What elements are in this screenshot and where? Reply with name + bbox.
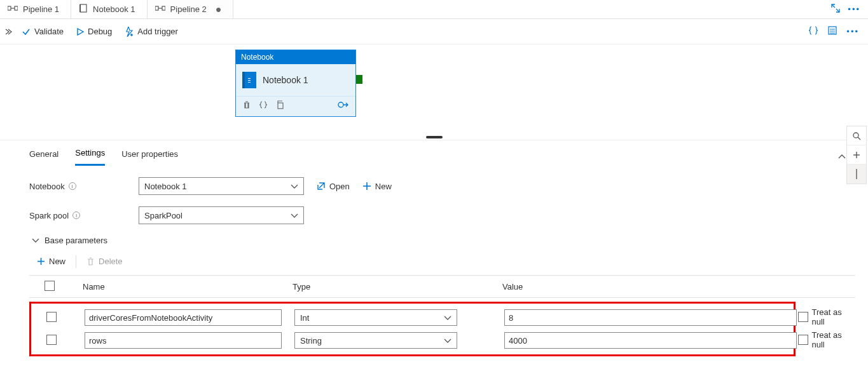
notebook-icon: [79, 4, 88, 15]
pipeline-canvas[interactable]: Notebook Notebook 1: [0, 44, 868, 140]
notebook-field-label: Notebook: [29, 182, 65, 191]
delete-parameter-button[interactable]: Delete: [85, 254, 124, 269]
col-value: Value: [496, 282, 827, 292]
parameters-table: Name Type Value Int String: [29, 275, 855, 356]
new-label: New: [375, 182, 392, 191]
table-row: Int: [31, 306, 794, 329]
param-type-select[interactable]: Int: [294, 309, 457, 326]
param-name-input[interactable]: [85, 332, 282, 349]
dirty-indicator-icon: ●: [216, 4, 222, 15]
chevron-down-icon: [444, 313, 451, 323]
more-icon[interactable]: •••: [848, 4, 860, 14]
param-type-select[interactable]: String: [294, 332, 457, 349]
svg-rect-6: [162, 6, 165, 10]
svg-line-9: [836, 9, 839, 12]
code-braces-icon[interactable]: [808, 25, 818, 37]
pipeline-icon: [8, 4, 18, 15]
notebook-icon: [242, 72, 256, 88]
grip-icon[interactable]: [847, 164, 866, 184]
pipeline-toolbar: Validate Debug Add trigger •••: [0, 19, 868, 44]
svg-line-8: [832, 4, 835, 8]
tab-label: Pipeline 1: [23, 4, 59, 14]
svg-line-19: [858, 137, 860, 140]
validate-label: Validate: [34, 27, 64, 36]
param-value-input[interactable]: [504, 309, 797, 326]
tab-notebook-1[interactable]: Notebook 1: [71, 0, 148, 18]
code-braces-icon[interactable]: [259, 100, 268, 111]
svg-rect-3: [80, 4, 86, 12]
select-all-checkbox[interactable]: [45, 281, 55, 291]
debug-button[interactable]: Debug: [75, 24, 113, 39]
notebook-activity[interactable]: Notebook Notebook 1: [235, 50, 356, 117]
col-type: Type: [286, 282, 496, 292]
delete-icon[interactable]: [242, 100, 251, 111]
chevron-down-icon: [291, 182, 298, 191]
svg-rect-5: [155, 6, 158, 10]
tab-pipeline-2[interactable]: Pipeline 2 ●: [148, 0, 234, 18]
spark-pool-select-value: SparkPool: [144, 211, 183, 220]
row-checkbox[interactable]: [46, 335, 57, 345]
notebook-select[interactable]: Notebook 1: [139, 177, 304, 195]
treat-as-null-label: Treat as null: [812, 330, 856, 349]
settings-panel: Notebook i Notebook 1 Open New Spark poo…: [0, 166, 868, 356]
panel-resize-handle[interactable]: [426, 136, 443, 138]
tab-label: Pipeline 2: [170, 4, 207, 14]
table-row: String: [31, 329, 794, 352]
expand-icon[interactable]: [831, 4, 840, 15]
svg-point-17: [338, 102, 343, 107]
svg-rect-1: [15, 6, 18, 10]
tab-label: Notebook 1: [93, 4, 135, 14]
svg-rect-0: [8, 6, 11, 10]
pipeline-icon: [155, 4, 165, 15]
info-icon[interactable]: i: [72, 211, 80, 219]
svg-rect-22: [856, 169, 857, 179]
svg-point-18: [853, 133, 858, 138]
chevron-down-icon: [291, 211, 298, 220]
info-icon[interactable]: i: [69, 182, 76, 190]
add-trigger-button[interactable]: Add trigger: [123, 24, 179, 39]
svg-rect-16: [278, 103, 283, 109]
row-checkbox[interactable]: [46, 312, 57, 322]
treat-as-null-checkbox[interactable]: [798, 335, 808, 345]
treat-as-null-label: Treat as null: [812, 307, 856, 326]
chevron-down-icon: [32, 236, 39, 245]
open-label: Open: [329, 182, 350, 191]
tab-user-properties[interactable]: User properties: [121, 149, 178, 165]
spark-pool-select[interactable]: SparkPool: [139, 206, 304, 224]
activity-title: Notebook 1: [263, 75, 308, 85]
open-notebook-button[interactable]: Open: [317, 182, 350, 191]
canvas-side-tools: [846, 126, 867, 184]
param-value-input[interactable]: [504, 332, 797, 349]
treat-as-null-checkbox[interactable]: [798, 312, 808, 322]
list-icon[interactable]: [827, 25, 837, 37]
add-trigger-label: Add trigger: [137, 27, 178, 36]
more-icon[interactable]: •••: [846, 27, 859, 36]
tab-general[interactable]: General: [29, 149, 59, 165]
copy-icon[interactable]: [275, 100, 284, 111]
chevron-down-icon: [444, 336, 451, 346]
base-parameters-toggle[interactable]: Base parameters: [32, 236, 855, 245]
success-connector[interactable]: [356, 75, 362, 84]
tab-settings[interactable]: Settings: [75, 148, 105, 166]
col-name: Name: [76, 282, 286, 292]
base-parameters-label: Base parameters: [45, 236, 107, 245]
run-icon[interactable]: [338, 100, 349, 111]
new-parameter-button[interactable]: New: [36, 254, 67, 269]
new-label: New: [49, 257, 65, 266]
param-name-input[interactable]: [85, 309, 282, 326]
tab-pipeline-1[interactable]: Pipeline 1: [0, 0, 71, 18]
search-icon[interactable]: [847, 126, 866, 145]
validate-button[interactable]: Validate: [20, 24, 65, 39]
collapse-sidebar-button[interactable]: [0, 27, 15, 36]
activity-type-label: Notebook: [236, 50, 355, 64]
activity-config-tabs: General Settings User properties: [0, 140, 868, 166]
debug-label: Debug: [88, 27, 112, 36]
new-notebook-button[interactable]: New: [362, 182, 392, 191]
spark-pool-field-label: Spark pool: [29, 211, 69, 220]
editor-tabs: Pipeline 1 Notebook 1 Pipeline 2 ● •••: [0, 0, 868, 19]
delete-label: Delete: [99, 257, 123, 266]
notebook-select-value: Notebook 1: [144, 182, 187, 191]
plus-icon[interactable]: [847, 145, 866, 164]
